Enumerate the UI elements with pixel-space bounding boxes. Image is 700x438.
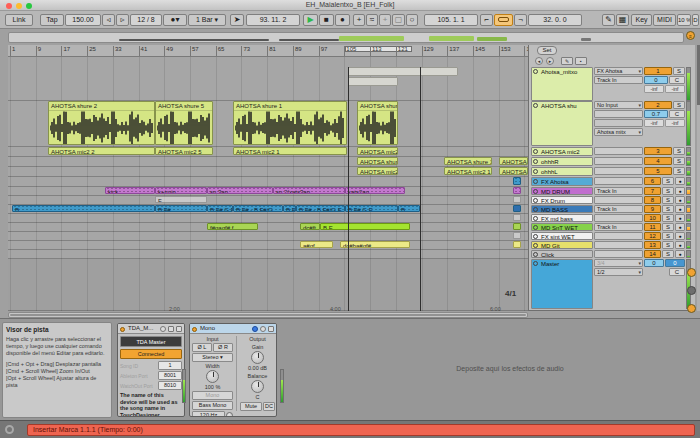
loop-toggle[interactable] [494, 14, 513, 26]
punch-in-icon[interactable]: ⌐ [480, 14, 493, 26]
track-row[interactable]: FX md bass 10S● [531, 214, 693, 222]
fold-device-icon[interactable] [176, 326, 182, 332]
track-row[interactable]: AHOTSA shu No Input Ahotsa mitx 2S 0.7C … [531, 101, 693, 146]
overview-toggle-icon[interactable]: ≡ [686, 31, 695, 40]
audio-clip[interactable]: AHOTSA mic2 7 [357, 147, 398, 155]
input-chooser[interactable] [594, 167, 643, 175]
input-chooser[interactable] [594, 147, 643, 155]
time-signature-marker[interactable]: 4/1 [505, 289, 516, 298]
input-chooser[interactable]: Track In [594, 223, 643, 231]
input-chooser[interactable]: Track In [594, 205, 643, 213]
track-activator[interactable]: 1 [644, 67, 672, 75]
width-value[interactable]: 100 % [192, 384, 233, 390]
midi-clip[interactable] [513, 241, 521, 248]
midi-clip[interactable]: kick [105, 187, 155, 194]
track-activator[interactable]: 13 [644, 241, 661, 249]
midi-clip[interactable]: sn 3an [207, 187, 273, 194]
tap-tempo-button[interactable]: Tap [40, 14, 64, 26]
device-activator-icon[interactable] [192, 327, 197, 332]
solo-button[interactable]: S [673, 167, 685, 175]
punch-out-icon[interactable]: ¬ [514, 14, 527, 26]
audio-clip[interactable]: AHOTSA shure 5 [155, 101, 213, 145]
audio-clip[interactable]: AHOTSA shure 3 [357, 157, 398, 165]
arrangement-overview[interactable] [8, 32, 684, 43]
input-chooser[interactable] [594, 241, 643, 249]
mute-button[interactable]: Mute [240, 402, 262, 411]
send-a-field[interactable]: -inf [644, 119, 664, 127]
audio-clip[interactable]: AHOTSA shure 1 [233, 101, 347, 145]
scrollbar-handle[interactable] [10, 314, 526, 316]
track-fold-icon[interactable] [533, 243, 538, 248]
midi-clip[interactable]: xats2an [345, 187, 405, 194]
tempo-field[interactable]: 150.00 [65, 14, 101, 26]
midi-clip[interactable]: k+tmin [155, 187, 207, 194]
audio-clip[interactable]: AHOTSA shure 2 [48, 101, 155, 145]
next-locator-icon[interactable]: ▸ [546, 57, 554, 65]
input-chooser[interactable] [594, 196, 643, 204]
arm-button[interactable]: ● [675, 214, 685, 222]
arm-button[interactable]: ● [675, 205, 685, 213]
arm-button[interactable]: ● [675, 177, 685, 185]
play-button[interactable]: ▶ [303, 14, 318, 26]
track-activator[interactable]: 4 [644, 157, 672, 165]
audio-clip[interactable] [348, 67, 458, 76]
balance-value[interactable]: C [240, 394, 275, 400]
arm-button[interactable]: ● [675, 187, 685, 195]
audio-clip[interactable]: AHOTSA mic2 3 [357, 167, 398, 175]
bass-freq-field[interactable]: 120 Hz [192, 411, 225, 417]
cue-volume-field[interactable]: 0 [644, 259, 664, 267]
bass-mono-button[interactable]: Bass Mono [192, 401, 233, 410]
midi-clip[interactable]: B F# - B F#/G E [296, 205, 345, 212]
audio-clip[interactable] [348, 77, 398, 86]
solo-button[interactable]: S [662, 232, 674, 240]
track-name[interactable]: FX Ahotsa [531, 177, 593, 186]
device-tda-master[interactable]: TDA_M... TDA Master Connected Song ID 1 … [117, 323, 185, 417]
track-row[interactable]: AHOTSA mic2 3S [531, 147, 693, 156]
balance-knob[interactable] [251, 380, 264, 393]
midi-clip[interactable]: B F# G E [345, 205, 398, 212]
track-fold-icon[interactable] [533, 234, 538, 239]
send-b-field[interactable]: -inf [665, 85, 685, 93]
device-titlebar[interactable]: Mono [190, 324, 276, 334]
solo-button[interactable]: S [662, 223, 674, 231]
track-row[interactable]: FX Ahotsa 6S● [531, 177, 693, 186]
track-lane-ohhhr[interactable]: AHOTSA shure 3 AHOTSA shure 1 AHOTSA shu… [8, 157, 528, 167]
midi-clip[interactable] [513, 232, 521, 239]
track-name[interactable]: AHOTSA shu [531, 101, 593, 146]
input-chooser[interactable] [594, 157, 643, 165]
link-button[interactable]: Link [5, 14, 33, 26]
track-row[interactable]: Ahotsa_mitxo FX Ahotsa Track In 1S 0C -i… [531, 67, 693, 101]
bass-freq-knob[interactable] [226, 412, 233, 417]
track-fold-icon[interactable] [533, 69, 538, 74]
track-name[interactable]: MD SnT WET [531, 223, 593, 231]
audio-clip[interactable]: AHOTSA mic2 2 [48, 147, 155, 155]
beat-ruler[interactable]: 1917253341495765738189971051131211291371… [8, 45, 528, 57]
midi-map-button[interactable]: MIDI [653, 14, 676, 26]
track-activator[interactable]: 9 [644, 205, 661, 213]
track-fold-icon[interactable] [533, 189, 538, 194]
tda-watchout-port-field[interactable]: 8010 [158, 381, 182, 390]
solo-button[interactable]: S [673, 67, 685, 75]
send-b-field[interactable]: -inf [665, 119, 685, 127]
input-chooser[interactable] [594, 250, 643, 258]
gain-knob[interactable] [251, 351, 264, 364]
track-fold-icon[interactable] [533, 207, 538, 212]
midi-clip[interactable] [513, 196, 521, 203]
dc-button[interactable]: DC [263, 402, 275, 411]
show-mixer-toggle[interactable] [687, 304, 696, 313]
track-lane-md-git[interactable]: a#gf dc#ba#gf# [8, 241, 528, 250]
pan-field[interactable]: C [669, 110, 685, 118]
loop-length-field[interactable]: 32. 0. 0 [528, 14, 582, 26]
track-lane-fx-drum[interactable]: F [8, 196, 528, 205]
input-chooser[interactable] [594, 232, 643, 240]
audio-clip[interactable]: AHOTSA mic2 1 [233, 147, 347, 155]
solo-button[interactable]: S [662, 205, 674, 213]
arrangement-grid[interactable]: AHOTSA shure 2 AHOTSA shure 5 AHOTSA shu… [8, 57, 528, 311]
solo-button[interactable]: S [673, 157, 685, 165]
track-name[interactable]: FX sint WET [531, 232, 593, 240]
phase-right-button[interactable]: Ø R [213, 343, 233, 352]
midi-clip[interactable]: B F# - B F#/G [233, 205, 283, 212]
midi-clip[interactable]: a#gf [300, 241, 333, 248]
input-type-chooser[interactable]: No Input [594, 101, 643, 109]
key-map-button[interactable]: Key [631, 14, 652, 26]
